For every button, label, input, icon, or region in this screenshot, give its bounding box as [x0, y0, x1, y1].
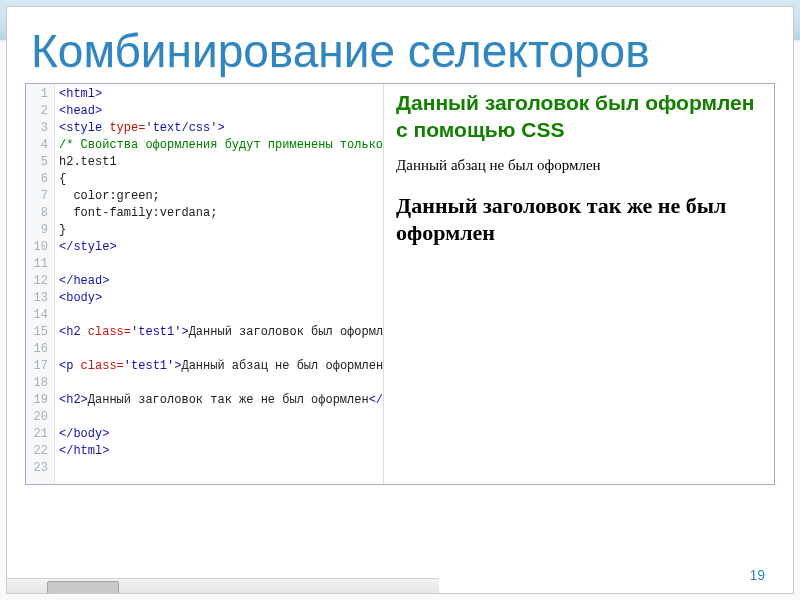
line-number: 16: [26, 341, 48, 358]
preview-paragraph: Данный абзац не был оформлен: [396, 157, 762, 174]
line-number: 12: [26, 273, 48, 290]
code-line: </head>: [59, 273, 383, 290]
line-number: 6: [26, 171, 48, 188]
line-number: 21: [26, 426, 48, 443]
preview-heading-styled: Данный заголовок был оформлен с помощью …: [396, 90, 762, 143]
code-line: <head>: [59, 103, 383, 120]
line-number: 9: [26, 222, 48, 239]
line-number: 1: [26, 86, 48, 103]
line-number: 8: [26, 205, 48, 222]
code-line: <h2>Данный заголовок так же не был оформ…: [59, 392, 383, 409]
slide-title: Комбинирование селекторов: [31, 27, 793, 75]
line-number: 5: [26, 154, 48, 171]
line-number: 4: [26, 137, 48, 154]
code-line: <style type='text/css'>: [59, 120, 383, 137]
line-number: 10: [26, 239, 48, 256]
code-line: </style>: [59, 239, 383, 256]
line-number: 20: [26, 409, 48, 426]
line-number: 17: [26, 358, 48, 375]
code-line: [59, 256, 383, 273]
example-box: 1234567891011121314151617181920212223 <h…: [25, 83, 775, 485]
code-line: <h2 class='test1'>Данный заголовок был о…: [59, 324, 383, 341]
preview-heading-plain: Данный заголовок так же не был оформлен: [396, 192, 762, 247]
line-number: 2: [26, 103, 48, 120]
code-editor: 1234567891011121314151617181920212223 <h…: [26, 84, 384, 484]
scrollbar-thumb[interactable]: [47, 581, 119, 594]
code-line: <html>: [59, 86, 383, 103]
horizontal-scrollbar[interactable]: [7, 578, 439, 594]
page-number: 19: [749, 567, 765, 583]
line-number-gutter: 1234567891011121314151617181920212223: [26, 84, 55, 484]
code-line: [59, 409, 383, 426]
line-number: 14: [26, 307, 48, 324]
code-line: [59, 375, 383, 392]
line-number: 11: [26, 256, 48, 273]
code-line: h2.test1: [59, 154, 383, 171]
code-line: color:green;: [59, 188, 383, 205]
render-preview: Данный заголовок был оформлен с помощью …: [384, 84, 774, 484]
code-line: <p class='test1'>Данный абзац не был офо…: [59, 358, 383, 375]
line-number: 7: [26, 188, 48, 205]
code-line: <body>: [59, 290, 383, 307]
code-line: [59, 307, 383, 324]
line-number: 13: [26, 290, 48, 307]
code-line: [59, 341, 383, 358]
line-number: 15: [26, 324, 48, 341]
code-body: <html><head><style type='text/css'>/* Св…: [55, 84, 383, 484]
code-line: </html>: [59, 443, 383, 460]
line-number: 3: [26, 120, 48, 137]
code-line: [59, 460, 383, 477]
line-number: 23: [26, 460, 48, 477]
line-number: 22: [26, 443, 48, 460]
code-line: }: [59, 222, 383, 239]
code-line: </body>: [59, 426, 383, 443]
code-line: /* Свойства оформления будут применены т…: [59, 137, 383, 154]
code-line: font-family:verdana;: [59, 205, 383, 222]
line-number: 19: [26, 392, 48, 409]
slide-container: Комбинирование селекторов 12345678910111…: [6, 6, 794, 594]
code-line: {: [59, 171, 383, 188]
line-number: 18: [26, 375, 48, 392]
